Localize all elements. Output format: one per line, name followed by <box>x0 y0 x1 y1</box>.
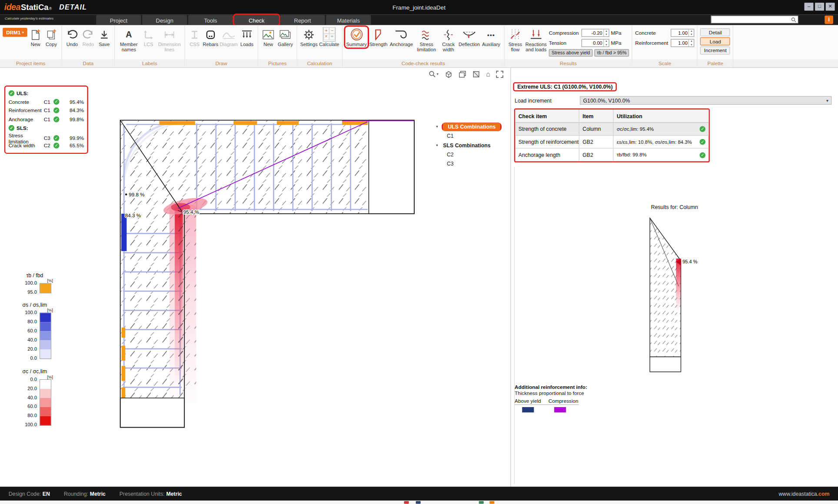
compression-input[interactable]: -0.20 ▲ ▼ <box>582 29 609 36</box>
reactions-loads-button[interactable]: Reactions and loads <box>524 27 548 53</box>
spinner-down-icon[interactable]: ▼ <box>604 43 609 46</box>
gallery-button[interactable]: Gallery <box>277 27 294 47</box>
taskbar-icon[interactable] <box>489 501 494 504</box>
spinner-up-icon[interactable]: ▲ <box>689 30 694 33</box>
crack-width-button[interactable]: Crack width <box>439 27 458 53</box>
table-row[interactable]: Strength of reinforcement GB2 εs/εs,lim:… <box>515 136 708 149</box>
sls-combinations-item[interactable]: SLS Combinations <box>443 143 490 149</box>
spinner-arrows[interactable]: ▲ ▼ <box>688 30 694 36</box>
stress-above-yield-toggle[interactable]: Stress above yield <box>549 49 593 56</box>
view-cube-button[interactable] <box>444 70 452 78</box>
chevron-down-icon[interactable]: ▾ <box>437 72 439 76</box>
summary-row-concrete[interactable]: Concrete C1 ✓ 95.4% <box>9 97 84 106</box>
strength-button[interactable]: Strength <box>369 27 388 47</box>
uls-combinations-item[interactable]: ULS Combinations <box>443 123 500 130</box>
settings-button[interactable]: Settings <box>300 27 318 47</box>
stress-limitation-button[interactable]: Stress limitation <box>415 27 438 53</box>
tree-expand-icon[interactable]: ▾ <box>436 124 440 129</box>
table-row[interactable]: Strength of concrete Column σc/σc,lim: 9… <box>515 123 708 136</box>
palette-increment-button[interactable]: Increment <box>700 46 730 54</box>
tree-expand-icon[interactable]: ▾ <box>436 143 440 148</box>
model-canvas[interactable]: ▾ ⌂ ✓ ULS: Concrete C1 <box>0 68 510 487</box>
group-caption-data: Data <box>62 59 114 67</box>
spinner-up-icon[interactable]: ▲ <box>604 30 609 33</box>
tb-fbd-toggle[interactable]: τb / fbd > 95% <box>594 49 629 56</box>
stress-flow-button[interactable]: Stress flow <box>507 27 523 53</box>
summary-row-crack-width[interactable]: Crack width C2 ✓ 65.5% <box>9 141 84 150</box>
member-names-button[interactable]: A Member names <box>118 27 140 53</box>
summary-row-stress-limitation[interactable]: Stress limitation C3 ✓ 99.9% <box>9 132 84 141</box>
new-picture-button[interactable]: New <box>261 27 276 47</box>
spinner-arrows[interactable]: ▲ ▼ <box>688 40 694 46</box>
col-header-item[interactable]: Item <box>579 109 614 123</box>
zoom-button[interactable]: ▾ <box>429 70 439 77</box>
save-button[interactable]: Save <box>97 27 112 47</box>
summary-row-anchorage[interactable]: Anchorage C1 ✓ 99.8% <box>9 115 84 123</box>
table-row[interactable]: Anchorage length GB2 τb/fbd: 99.8%✓ <box>515 149 708 162</box>
sls-header: ✓ SLS: <box>9 124 84 133</box>
settings-label: Settings <box>300 42 318 47</box>
tab-report[interactable]: Report <box>280 15 325 25</box>
tree-node-c3[interactable]: C3 <box>447 159 501 168</box>
minimize-button[interactable]: – <box>805 3 814 10</box>
tab-materials[interactable]: Materials <box>326 15 371 25</box>
taskbar-icon[interactable] <box>416 501 421 504</box>
loads-icon <box>240 27 253 42</box>
spinner-down-icon[interactable]: ▼ <box>604 33 609 36</box>
taskbar-icon[interactable] <box>404 501 409 504</box>
compression-swatch <box>554 407 566 412</box>
spinner-down-icon[interactable]: ▼ <box>689 43 694 46</box>
spinner-arrows[interactable]: ▲ ▼ <box>603 40 609 46</box>
tab-project[interactable]: Project <box>96 15 141 25</box>
load-increment-select[interactable]: G100.0%, V100.0% ▾ <box>580 96 831 105</box>
info-button[interactable]: i <box>825 16 833 24</box>
drm-dropdown[interactable]: DRM1 ▾ <box>3 28 27 37</box>
spinner-up-icon[interactable]: ▲ <box>604 40 609 43</box>
row-label: Anchorage <box>9 116 44 123</box>
summary-row-reinforcement[interactable]: Reinforcement C1 ✓ 84.3% <box>9 106 84 115</box>
solid-view-button[interactable] <box>472 70 480 78</box>
combination-c1[interactable]: C1 <box>447 133 454 139</box>
copy-button[interactable]: Copy <box>44 27 59 47</box>
column-support-block <box>650 357 681 371</box>
search-input[interactable] <box>711 16 798 23</box>
layers-button[interactable] <box>458 70 466 78</box>
deflection-button[interactable]: Deflection <box>459 27 480 47</box>
palette-load-button[interactable]: Load <box>700 37 730 45</box>
undo-button[interactable]: Undo <box>65 27 80 47</box>
col-header-utilization[interactable]: Utilization <box>614 109 709 123</box>
palette-detail-button[interactable]: Detail <box>700 28 730 36</box>
tab-tools[interactable]: Tools <box>188 15 233 25</box>
reinforcement-scale-input[interactable]: 1.00 ▲ ▼ <box>671 39 695 47</box>
spinner-down-icon[interactable]: ▼ <box>689 33 694 36</box>
new-project-item-button[interactable]: New <box>28 27 43 47</box>
spinner-arrows[interactable]: ▲ ▼ <box>603 30 609 36</box>
row-combo: C1 <box>44 107 53 113</box>
combination-c2[interactable]: C2 <box>447 152 454 158</box>
concrete-scale-input[interactable]: 1.00 ▲ ▼ <box>671 29 695 36</box>
home-view-button[interactable]: ⌂ <box>486 70 490 78</box>
column-result-drawing[interactable]: 95.4 % <box>636 212 700 378</box>
maximize-button[interactable]: □ <box>815 3 824 10</box>
loads-button[interactable]: Loads <box>239 27 255 47</box>
combination-c3[interactable]: C3 <box>447 161 454 167</box>
tension-input[interactable]: 0.00 ▲ ▼ <box>582 39 609 47</box>
summary-button[interactable]: Summary <box>345 27 368 47</box>
anchorage-button[interactable]: Anchorage <box>389 27 414 47</box>
tree-node-uls[interactable]: ▾ ULS Combinations <box>436 122 500 131</box>
close-button[interactable]: ✕ <box>826 3 835 10</box>
fit-view-button[interactable] <box>496 70 504 78</box>
results-for-title: Results for: Column <box>637 204 712 210</box>
spinner-up-icon[interactable]: ▲ <box>689 40 694 43</box>
tree-node-sls[interactable]: ▾ SLS Combinations <box>436 140 500 150</box>
col-header-check-item[interactable]: Check item <box>515 109 579 123</box>
rebars-button[interactable]: Rebars <box>203 27 219 47</box>
auxiliary-button[interactable]: ••• Auxiliary <box>481 27 502 47</box>
taskbar-icon[interactable] <box>479 501 484 504</box>
tree-node-c1[interactable]: C1 <box>447 131 501 140</box>
tab-check[interactable]: Check <box>234 15 279 25</box>
website-link[interactable]: www.ideastatica.com <box>778 491 829 497</box>
tree-node-c2[interactable]: C2 <box>447 150 501 159</box>
tab-design[interactable]: Design <box>142 15 187 25</box>
calculate-button[interactable]: +−×÷ Calculate <box>319 27 339 47</box>
